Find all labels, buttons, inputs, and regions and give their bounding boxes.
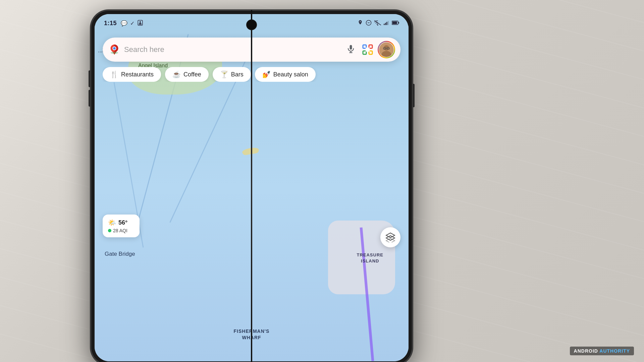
- search-placeholder[interactable]: Search here: [124, 45, 341, 54]
- aqi-value: 28 AQI: [113, 228, 127, 233]
- restaurants-icon: 🍴: [110, 70, 118, 78]
- beauty-icon: 💅: [262, 70, 271, 78]
- status-time: 1:15: [104, 20, 117, 27]
- pill-restaurants[interactable]: 🍴 Restaurants: [103, 67, 161, 82]
- svg-point-4: [377, 24, 378, 25]
- category-pills: 🍴 Restaurants ☕ Coffee 🍸 Bars 💅 Beauty s…: [103, 67, 409, 82]
- phone-device: ...buron Angel Island Gate Bridge FISHER…: [91, 10, 413, 362]
- status-left: 1:15 💬 ✓: [104, 20, 143, 27]
- map-label-treasure-island: TREASURE ISLAND: [357, 252, 383, 264]
- message-icon: 💬: [121, 20, 127, 26]
- google-maps-logo: [108, 43, 121, 56]
- pill-bars[interactable]: 🍸 Bars: [213, 67, 251, 82]
- svg-point-14: [113, 47, 116, 50]
- lens-search-button[interactable]: [361, 43, 374, 56]
- user-avatar-button[interactable]: [378, 41, 395, 58]
- weather-temp-value: 56°: [118, 219, 127, 226]
- svg-rect-5: [384, 23, 385, 25]
- front-camera: [247, 20, 256, 29]
- layers-button[interactable]: [380, 227, 400, 247]
- pill-coffee[interactable]: ☕ Coffee: [165, 67, 209, 82]
- status-notification-icons: 💬 ✓: [121, 20, 143, 27]
- vol-down-button[interactable]: [89, 90, 91, 107]
- pill-bars-label: Bars: [231, 71, 244, 78]
- bars-icon: 🍸: [220, 70, 228, 78]
- svg-rect-6: [385, 23, 386, 25]
- voice-search-button[interactable]: [344, 43, 358, 56]
- aqi-indicator: [108, 229, 111, 232]
- coffee-icon: ☕: [172, 70, 181, 78]
- watermark: ANDROID AUTHORITY: [570, 347, 634, 355]
- fold-crease: [251, 10, 252, 362]
- svg-rect-22: [366, 48, 370, 52]
- weather-temperature: 🌤️ 56°: [108, 219, 134, 227]
- pill-restaurants-label: Restaurants: [121, 71, 154, 78]
- svg-rect-11: [398, 22, 399, 23]
- svg-point-13: [111, 52, 118, 54]
- battery-icon: [392, 20, 399, 26]
- svg-rect-7: [386, 22, 387, 25]
- svg-point-1: [140, 21, 141, 23]
- location-icon: [358, 20, 363, 27]
- map-label-gate-bridge: Gate Bridge: [105, 251, 135, 257]
- watermark-suffix: AUTHORITY: [599, 348, 630, 354]
- pill-coffee-label: Coffee: [183, 71, 201, 78]
- dnd-icon: [366, 20, 372, 27]
- phone-shell: ...buron Angel Island Gate Bridge FISHER…: [91, 10, 413, 362]
- vol-up-button[interactable]: [89, 70, 91, 87]
- status-right-icons: [358, 20, 399, 27]
- power-button[interactable]: [413, 84, 415, 107]
- svg-rect-15: [350, 45, 352, 50]
- watermark-brand: ANDROID: [574, 348, 598, 354]
- svg-point-24: [384, 45, 389, 51]
- weather-widget[interactable]: 🌤️ 56° 28 AQI: [103, 215, 140, 237]
- svg-rect-10: [392, 21, 397, 24]
- search-actions: [344, 41, 395, 58]
- weather-aqi: 28 AQI: [108, 228, 134, 233]
- wifi-icon: [374, 20, 381, 27]
- contact-icon: [137, 20, 143, 27]
- pill-beauty[interactable]: 💅 Beauty salon: [255, 67, 316, 82]
- pill-beauty-label: Beauty salon: [273, 71, 308, 78]
- check-icon: ✓: [130, 20, 135, 26]
- weather-icon: 🌤️: [108, 219, 116, 227]
- user-avatar-image: [379, 42, 394, 57]
- volume-buttons: [89, 70, 91, 107]
- svg-rect-8: [388, 21, 389, 25]
- signal-icon: [384, 20, 389, 27]
